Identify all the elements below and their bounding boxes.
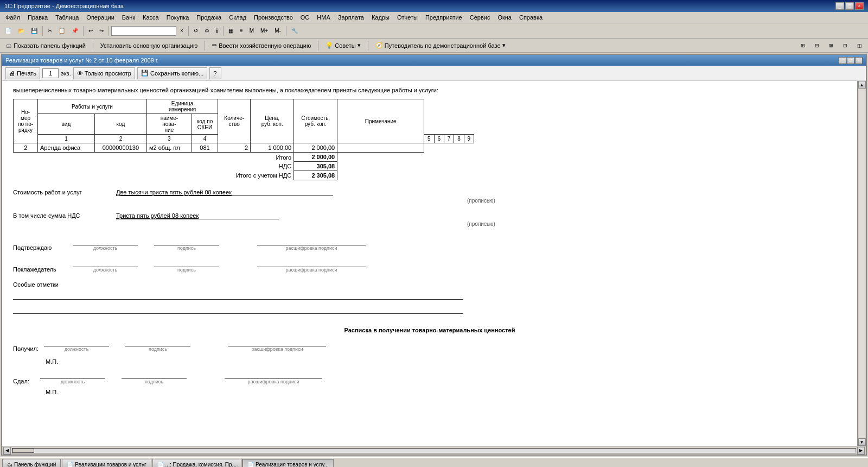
scroll-left-button[interactable]: ◀ xyxy=(3,447,11,455)
tips-button[interactable]: 💡 Советы ▾ xyxy=(322,40,364,51)
guide-icon: 🧭 xyxy=(375,42,383,49)
copy-button[interactable]: 📋 xyxy=(56,25,68,37)
menu-sales[interactable]: Продажа xyxy=(193,13,225,22)
redo-button[interactable]: ↪ xyxy=(97,25,106,37)
paste-button[interactable]: 📌 xyxy=(69,25,81,37)
taskbar-panel-button[interactable]: 🗂 Панель функций xyxy=(2,459,61,467)
right-scrollbar[interactable]: ▲ ▼ xyxy=(857,81,866,446)
taskbar-sales-button[interactable]: 📄 ...: Продажа, комиссия. Пр... xyxy=(152,459,241,467)
confirm-rasshifrovka-hint: расшифровка подписи xyxy=(286,245,337,251)
menu-edit[interactable]: Правка xyxy=(24,13,51,22)
right-tool1[interactable]: ⊞ xyxy=(797,41,809,50)
doc-icon: 📄 xyxy=(67,462,73,468)
settings-button[interactable]: ⚙ xyxy=(202,25,212,37)
mminus-button[interactable]: M- xyxy=(272,25,284,37)
view-only-button[interactable]: 👁 Только просмотр xyxy=(73,67,135,79)
save-button[interactable]: 💾 xyxy=(28,25,40,37)
extra-button[interactable]: 🔧 xyxy=(289,25,301,37)
menu-table[interactable]: Таблица xyxy=(52,13,82,22)
doc-close-button[interactable]: × xyxy=(855,57,863,64)
undo-button[interactable]: ↩ xyxy=(86,25,95,37)
right-tool2[interactable]: ⊟ xyxy=(811,41,823,50)
confirm-row: Подтверждаю должность подпись расшифровк… xyxy=(13,238,846,251)
doc-title-buttons[interactable]: _ □ × xyxy=(839,57,863,64)
menu-nma[interactable]: НМА xyxy=(314,13,333,22)
col-okei-header: код поОКЕИ xyxy=(192,114,218,135)
new-button[interactable]: 📄 xyxy=(2,25,14,37)
right-tool3[interactable]: ⊠ xyxy=(825,41,837,50)
menu-windows[interactable]: Окна xyxy=(494,13,515,22)
scroll-down-button[interactable]: ▼ xyxy=(858,438,866,446)
menu-help[interactable]: Справка xyxy=(516,13,546,22)
lamp-icon: 💡 xyxy=(326,42,333,49)
client-podpis-line xyxy=(154,260,219,267)
menu-staff[interactable]: Кадры xyxy=(368,13,393,22)
m-button[interactable]: M xyxy=(247,25,257,37)
menu-service[interactable]: Сервис xyxy=(467,13,494,22)
show-panel-button[interactable]: 🗂 Показать панель функций xyxy=(2,41,90,51)
right-tool5[interactable]: ◫ xyxy=(853,41,866,50)
received-row: Получил: должность подпись расшифровка п… xyxy=(13,339,846,352)
row-num: 2 xyxy=(14,143,38,153)
signatures-section: Подтверждаю должность подпись расшифровк… xyxy=(13,238,846,273)
right-tool4[interactable]: ⊡ xyxy=(839,41,851,50)
copies-input[interactable] xyxy=(42,68,59,78)
scroll-right-button[interactable]: ▶ xyxy=(857,447,865,455)
confirm-rasshifrovka-line xyxy=(257,238,366,245)
received-rasshifrovka-line xyxy=(228,339,326,346)
cut-button[interactable]: ✂ xyxy=(45,25,55,37)
menu-enterprise[interactable]: Предприятие xyxy=(422,13,465,22)
close-button[interactable]: × xyxy=(855,2,864,10)
col-price-header: Цена,руб. коп. xyxy=(251,99,294,143)
doc-minimize-button[interactable]: _ xyxy=(839,57,846,64)
menu-warehouse[interactable]: Склад xyxy=(226,13,250,22)
list-button[interactable]: ≡ xyxy=(237,25,246,37)
refresh-button[interactable]: ↺ xyxy=(191,25,201,37)
itogo-label: Итого xyxy=(14,153,294,162)
menu-file[interactable]: Файл xyxy=(2,13,23,22)
minimize-button[interactable]: _ xyxy=(835,2,844,10)
menu-operations[interactable]: Операции xyxy=(83,13,117,22)
h-scroll-thumb[interactable] xyxy=(12,449,34,453)
menu-reports[interactable]: Отчеты xyxy=(394,13,421,22)
help-button[interactable]: ? xyxy=(209,67,221,79)
nds-cost-value: Триста пять рублей 08 копеек xyxy=(116,212,279,219)
confirm-podpis-hint: подпись xyxy=(177,245,196,251)
nds-cost-label: В том числе сумма НДС xyxy=(13,212,111,219)
info-button[interactable]: ℹ xyxy=(213,25,221,37)
received-podpis-block: подпись xyxy=(125,339,190,352)
taskbar-realization-active-button[interactable]: 📄 Реализация товаров и услу... xyxy=(242,459,334,467)
col-5: 5 xyxy=(424,135,434,143)
search-clear-button[interactable]: × xyxy=(177,25,186,37)
taskbar-realization-button[interactable]: 📄 Реализации товаров и услуг xyxy=(62,459,151,467)
doc-maximize-button[interactable]: □ xyxy=(847,57,854,64)
menu-bank[interactable]: Банк xyxy=(119,13,138,22)
given-row: Сдал: должность подпись расшифровка подп… xyxy=(13,371,846,384)
received-rasshifrovka-hint: расшифровка подписи xyxy=(252,346,303,352)
guide-button[interactable]: 🧭 Путеводитель по демонстрационной базе … xyxy=(372,40,509,51)
menu-purchase[interactable]: Покупка xyxy=(163,13,193,22)
title-bar-buttons[interactable]: _ □ × xyxy=(835,2,864,10)
col-num-header: Но-мерпо по-рядку xyxy=(14,99,38,143)
menu-production[interactable]: Производство xyxy=(251,13,296,22)
h-scroll-track xyxy=(12,448,856,453)
table-button[interactable]: ▦ xyxy=(226,25,236,37)
given-dolzhnost-line xyxy=(40,371,105,379)
row-cost: 2 000,00 xyxy=(294,143,337,153)
save-copy-button[interactable]: 💾 Сохранить копию... xyxy=(137,67,207,79)
scroll-up-button[interactable]: ▲ xyxy=(858,81,866,89)
menu-kassa[interactable]: Касса xyxy=(139,13,162,22)
mplus-button[interactable]: M+ xyxy=(258,25,271,37)
maximize-button[interactable]: □ xyxy=(845,2,854,10)
save-icon: 💾 xyxy=(141,70,149,77)
search-input[interactable] xyxy=(111,26,176,36)
col-note-header: Примечание xyxy=(337,99,424,143)
open-button[interactable]: 📂 xyxy=(15,25,27,37)
menu-os[interactable]: ОС xyxy=(297,13,313,22)
print-button[interactable]: 🖨 Печать xyxy=(5,67,40,79)
menu-salary[interactable]: Зарплата xyxy=(335,13,367,22)
enter-operation-button[interactable]: ✏ Ввести хозяйственную операцию xyxy=(208,40,315,51)
row-kod: 00000000130 xyxy=(94,143,146,153)
client-row: Поклажедатель должность подпись расшифро… xyxy=(13,260,846,273)
set-org-button[interactable]: Установить основную организацию xyxy=(97,41,202,51)
